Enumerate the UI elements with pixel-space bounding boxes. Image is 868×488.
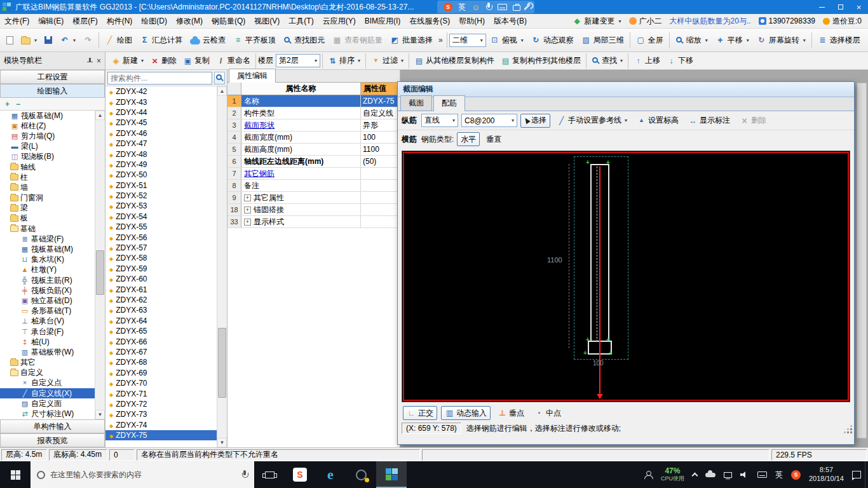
grip-mark[interactable]: + (586, 159, 590, 166)
list-item[interactable]: ZDYX-72 (105, 399, 217, 409)
list-item[interactable]: ZDYX-43 (105, 97, 217, 107)
toolbar-overflow-button[interactable]: » (437, 36, 445, 44)
tree-item[interactable]: 墙 (0, 182, 95, 193)
price-bean-counter[interactable]: 造价豆:0 (823, 16, 862, 27)
menu-item[interactable]: 云应用(Y) (318, 14, 360, 29)
taskbar-search[interactable]: 在这里输入你要搜索的内容 (31, 461, 254, 488)
align-slab-top-button[interactable]: 平齐板顶 (229, 32, 280, 49)
vertical-toggle[interactable]: 垂直 (483, 132, 505, 146)
pin-icon[interactable] (87, 58, 93, 64)
menu-item[interactable]: 编辑(E) (34, 14, 68, 29)
cloud-check-button[interactable]: 云检查 (186, 32, 229, 49)
tab-section[interactable]: 截面 (400, 95, 432, 111)
report-preview-button[interactable]: 报表预览 (0, 433, 105, 447)
single-component-input-button[interactable]: 单构件输入 (0, 419, 105, 433)
taskbar-clock[interactable]: 8:57 2018/10/14 (809, 466, 844, 484)
tree-item[interactable]: ≣ 基础梁(F) (0, 234, 95, 244)
view-mode-select[interactable]: 二维▾ (449, 34, 486, 47)
scroll-down-arrow[interactable]: ▼ (95, 410, 105, 419)
input-language-indicator[interactable]: 英 (775, 470, 783, 480)
list-item[interactable]: ZDYX-74 (105, 420, 217, 430)
view-rebar-button[interactable]: 查看钢筋量 (329, 32, 386, 49)
property-row[interactable]: 9 其它属性 (227, 192, 400, 204)
ime-language-indicator[interactable]: 英 (458, 2, 466, 13)
volume-icon[interactable] (740, 471, 749, 478)
tree-item[interactable]: ╱ 自定义线(X) (0, 388, 95, 398)
select-button[interactable]: 选择 (520, 114, 550, 128)
ortho-toggle[interactable]: 正交 (403, 406, 437, 420)
tab-rebar[interactable]: 配筋 (433, 95, 465, 111)
menu-item[interactable]: 工具(T) (284, 14, 318, 29)
zoom-button[interactable]: 缩放▾ (672, 32, 712, 49)
menu-item[interactable]: 绘图(D) (137, 14, 172, 29)
scroll-up-arrow[interactable]: ▲ (95, 111, 105, 120)
tree-item[interactable]: 其它 (0, 358, 95, 368)
start-button[interactable] (0, 461, 31, 488)
tree-item[interactable]: ⊤ 承台梁(F) (0, 327, 95, 337)
list-item[interactable]: ZDYX-52 (105, 191, 217, 201)
maximize-button[interactable] (831, 0, 850, 14)
grip-mark[interactable]: + (606, 337, 610, 343)
list-item[interactable]: ZDYX-65 (105, 326, 217, 336)
property-row[interactable]: 18 锚固搭接 (227, 204, 400, 216)
list-item[interactable]: ZDYX-46 (105, 128, 217, 139)
height-dimension[interactable]: 1100 (547, 256, 562, 264)
menu-item[interactable]: 在线服务(S) (405, 14, 454, 29)
width-dimension[interactable]: 100 (593, 360, 604, 367)
list-item[interactable]: ZDYX-58 (105, 253, 217, 263)
project-settings-button[interactable]: 工程设置 (0, 70, 105, 84)
scroll-thumb[interactable] (218, 328, 226, 398)
list-item[interactable]: ZDYX-61 (105, 284, 217, 294)
tree-item[interactable]: × 自定义点 (0, 378, 95, 388)
taskbar-app-sogou[interactable]: S (285, 461, 315, 488)
floor-select[interactable]: 第2层▾ (276, 54, 320, 67)
property-row[interactable]: 3 截面形状 异形 (227, 119, 400, 132)
component-list-scrollbar[interactable]: ▲ ▼ (217, 86, 227, 447)
grip-mark[interactable]: + (609, 350, 613, 356)
cpu-usage-widget[interactable]: 47% CPU使用 (661, 467, 684, 482)
tree-item[interactable]: 轴线 (0, 162, 95, 172)
list-item[interactable]: ZDYX-73 (105, 409, 217, 419)
copy-component-button[interactable]: 复制 (180, 53, 213, 69)
tree-item[interactable]: ⊔ 集水坑(K) (0, 255, 95, 265)
redo-button[interactable] (79, 32, 97, 49)
menu-item[interactable]: 文件(F) (0, 14, 34, 29)
nav-close-icon[interactable]: × (97, 57, 101, 65)
tree-item[interactable]: ▬ 梁(L) (0, 142, 95, 152)
screen-rotate-button[interactable]: 屏幕旋转▾ (753, 32, 810, 49)
list-item[interactable]: ZDYX-57 (105, 243, 217, 253)
tree-item[interactable]: ▲ 柱墩(Y) (0, 265, 95, 275)
sort-button[interactable]: 排序▾ (325, 53, 363, 69)
list-item[interactable]: ZDYX-51 (105, 180, 217, 191)
tree-item[interactable]: ▣ 独立基础(D) (0, 295, 95, 306)
list-item[interactable]: ZDYX-69 (105, 368, 217, 378)
menu-item[interactable]: 构件(N) (102, 14, 137, 29)
search-mic-icon[interactable] (241, 470, 248, 479)
expand-icon[interactable] (244, 207, 251, 214)
manual-reference-button[interactable]: 手动设置参考线▾ (553, 114, 630, 128)
workspace-scrollbar[interactable] (857, 83, 867, 438)
tree-item[interactable]: ⊥ 桩承台(V) (0, 316, 95, 327)
rename-component-button[interactable]: 重命名 (213, 53, 254, 69)
collapse-all-icon[interactable]: − (16, 100, 20, 108)
scroll-thumb[interactable] (96, 250, 104, 295)
property-row[interactable]: 1 名称 ZDYX-75 (227, 95, 400, 107)
list-item[interactable]: ZDYX-44 (105, 107, 217, 118)
list-item[interactable]: ZDYX-49 (105, 159, 217, 170)
pan-button[interactable]: 平移▾ (712, 32, 753, 49)
emoji-icon[interactable]: ☺ (471, 3, 480, 11)
fullscreen-button[interactable]: 全屏 (632, 32, 667, 49)
menu-item[interactable]: 帮助(H) (454, 14, 489, 29)
grip-mark[interactable]: + (606, 159, 610, 166)
tree-item[interactable]: 梁 (0, 203, 95, 214)
list-item[interactable]: ZDYX-56 (105, 232, 217, 242)
resize-grip[interactable] (850, 431, 852, 433)
top-view-button[interactable]: 俯视▾ (486, 32, 527, 49)
property-row[interactable]: 7 其它钢筋 (227, 168, 400, 180)
summary-calc-button[interactable]: 汇总计算 (136, 32, 186, 49)
tree-item[interactable]: ╬ 筏板主筋(R) (0, 275, 95, 285)
taskbar-app-browser[interactable] (346, 461, 376, 488)
tree-item[interactable]: 柱 (0, 172, 95, 182)
list-item[interactable]: ZDYX-67 (105, 347, 217, 357)
list-item[interactable]: ZDYX-70 (105, 378, 217, 388)
